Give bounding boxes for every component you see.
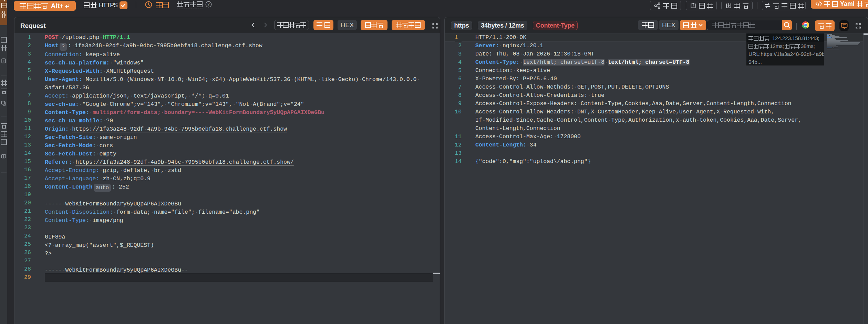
svg-text:?: ? [207, 2, 209, 6]
